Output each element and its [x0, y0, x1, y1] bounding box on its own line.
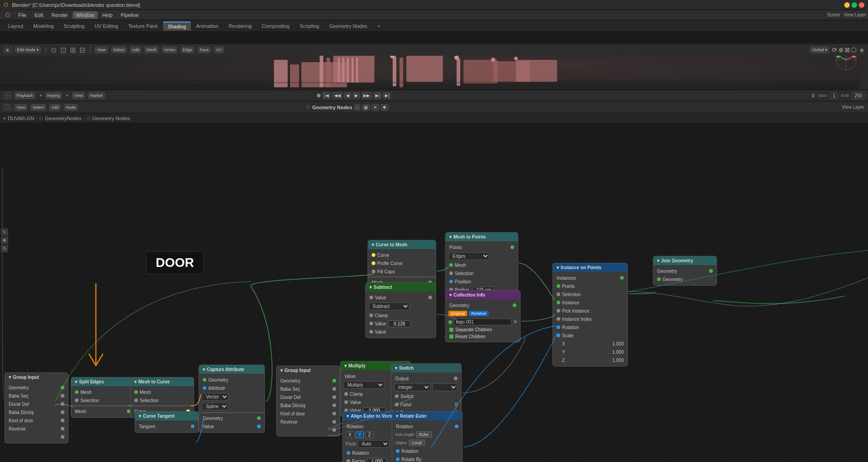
node-editor-icon[interactable]: ⬡ — [4, 104, 11, 111]
breadcrumb-item-3[interactable]: Geometry Nodes — [92, 116, 130, 121]
start-frame[interactable]: 1 — [831, 92, 838, 99]
tab-compositing[interactable]: Compositing — [257, 22, 294, 30]
close-button[interactable] — [859, 2, 864, 8]
node-ci-header[interactable]: ▾ Collection Info — [446, 291, 520, 299]
node-jg-header[interactable]: ▾ Join Geometry — [653, 256, 716, 265]
transform-icon4[interactable]: ⬡ — [851, 46, 857, 53]
next-keyframe-btn[interactable]: ▶▶ — [362, 92, 372, 99]
maximize-button[interactable] — [852, 2, 857, 8]
keying-btn[interactable]: Keying — [46, 92, 62, 99]
node-pin-btn[interactable]: ✕ — [372, 104, 379, 111]
node-capture-attr-header[interactable]: ▾ Capture Attribute — [199, 365, 264, 374]
transform-icon1[interactable]: ⟳ — [832, 46, 837, 53]
view-btn-timeline[interactable]: View — [72, 92, 84, 99]
node-snap-btn[interactable]: ✱ — [381, 104, 388, 111]
node-node-btn[interactable]: Node — [64, 104, 78, 111]
node-iop-header[interactable]: ▾ Instance on Points — [553, 263, 627, 272]
aev-x-btn[interactable]: X — [346, 431, 354, 438]
edge-menu[interactable]: Edge — [181, 47, 194, 53]
side-icon-rotate[interactable]: ↻ — [1, 245, 8, 252]
node-group-input-header[interactable]: ▾ Group Input — [5, 373, 68, 382]
tab-scripting[interactable]: Scripting — [295, 22, 324, 30]
aev-factor-input[interactable] — [367, 458, 387, 462]
switch-type-select[interactable]: Integer — [394, 383, 431, 391]
node-re-header[interactable]: ▾ Rotate Euler — [392, 412, 462, 420]
tab-geometry-nodes[interactable]: Geometry Nodes — [325, 22, 372, 30]
node-mtp-header[interactable]: ▾ Mesh to Points — [446, 233, 518, 241]
tab-animation[interactable]: Animation — [192, 22, 223, 30]
view-menu[interactable]: View — [95, 47, 107, 53]
face-menu[interactable]: Face — [198, 47, 210, 53]
switch-mode-select[interactable] — [432, 383, 458, 391]
uv-menu[interactable]: UV — [214, 47, 224, 53]
node-add-btn[interactable]: Add — [49, 104, 60, 111]
timeline-icon[interactable]: ◷ — [4, 92, 11, 99]
subtract-value-input[interactable] — [388, 320, 411, 327]
jump-end-btn[interactable]: ▶| — [383, 92, 391, 99]
tab-sculpting[interactable]: Sculpting — [59, 22, 89, 30]
menu-pipeline[interactable]: Pipeline — [117, 11, 142, 19]
tab-texture-paint[interactable]: Texture Paint — [124, 22, 162, 30]
viewport-icon4[interactable]: ⊟ — [79, 46, 85, 54]
breadcrumb-item-2[interactable]: GeometryNodes — [45, 116, 81, 121]
object-icon[interactable]: ▣ — [4, 47, 11, 53]
node-subtract-header[interactable]: ▾ Subtract — [366, 283, 436, 292]
playback-btn[interactable]: Playback — [15, 92, 35, 99]
menu-blender[interactable]: ⬡ — [2, 11, 14, 19]
side-icon-cursor[interactable]: ↖ — [1, 228, 8, 236]
jump-start-btn[interactable]: |◀ — [322, 92, 330, 99]
tab-uv-editing[interactable]: UV Editing — [90, 22, 123, 30]
node-select-btn[interactable]: Select — [31, 104, 46, 111]
end-frame[interactable]: 250 — [852, 92, 864, 99]
add-menu[interactable]: Add — [130, 47, 141, 53]
menu-help[interactable]: Help — [99, 11, 116, 19]
ci-relative-btn[interactable]: Relative — [469, 311, 489, 316]
tab-layout[interactable]: Layout — [4, 22, 28, 30]
menu-window[interactable]: Window — [73, 11, 98, 19]
ci-close-btn[interactable]: ✕ — [513, 319, 517, 325]
tab-modeling[interactable]: Modeling — [29, 22, 58, 30]
ci-original-btn[interactable]: Original — [448, 311, 467, 316]
prev-keyframe-btn[interactable]: ◀ — [344, 92, 351, 99]
mesh-menu[interactable]: Mesh — [145, 47, 158, 53]
tab-rendering[interactable]: Rendering — [224, 22, 256, 30]
prev-frame-btn[interactable]: ◀◀ — [332, 92, 342, 99]
node-group-input-2-header[interactable]: ▾ Group Input — [277, 366, 340, 375]
menu-render[interactable]: Render — [48, 11, 72, 19]
re-local-btn[interactable]: Local — [409, 440, 425, 446]
next-frame-btn[interactable]: ▶| — [374, 92, 381, 99]
edit-mode-btn[interactable]: Edit Mode ▾ — [15, 47, 41, 53]
aev-z-btn[interactable]: Z — [365, 431, 374, 438]
transform-icon2[interactable]: ⊕ — [838, 46, 844, 53]
node-overlay-btn[interactable]: ▦ — [362, 104, 370, 111]
minimize-button[interactable] — [844, 2, 850, 8]
node-type-icon[interactable]: ⬡ — [306, 105, 310, 110]
mult-op-select[interactable]: Multiply — [343, 381, 384, 389]
tab-add[interactable]: + — [373, 22, 384, 30]
aev-pivot-select[interactable]: Auto — [358, 440, 389, 448]
transform-global[interactable]: Global ▾ — [810, 47, 829, 53]
select-menu[interactable]: Select — [111, 47, 126, 53]
vertex-menu[interactable]: Vertex — [162, 47, 178, 53]
viewport-icon2[interactable]: ⊡ — [60, 46, 66, 54]
menu-edit[interactable]: Edit — [31, 11, 47, 19]
transform-icon3[interactable]: ⊠ — [845, 46, 850, 53]
node-switch-header[interactable]: ▾ Switch — [391, 364, 461, 372]
play-btn[interactable]: ▶ — [353, 92, 360, 99]
menu-file[interactable]: File — [15, 11, 30, 19]
ca-mode-select[interactable]: Vector — [202, 393, 229, 401]
mtp-mode-select[interactable]: Edges — [448, 252, 489, 260]
node-view-btn[interactable]: View — [15, 104, 27, 111]
node-split-edges-header[interactable]: ▾ Split Edges — [71, 377, 134, 386]
breadcrumb-item-1[interactable]: DUVAR-GN — [8, 116, 34, 121]
viewport-icon3[interactable]: ⊞ — [70, 46, 76, 54]
marker-btn[interactable]: Marker — [88, 92, 105, 99]
ca-submode-select[interactable]: Spline — [202, 403, 228, 410]
aev-y-btn[interactable]: Y — [356, 431, 364, 438]
subtract-op-select[interactable]: Subtract — [368, 303, 410, 310]
side-icon-move[interactable]: ✥ — [1, 237, 8, 244]
node-view-btn2[interactable]: □ — [354, 104, 360, 111]
node-curve-tangent-header[interactable]: ▾ Curve Tangent — [135, 412, 198, 420]
node-mesh-to-curve-header[interactable]: ▾ Mesh to Curve — [131, 377, 194, 386]
tab-shading[interactable]: Shading — [163, 21, 190, 31]
